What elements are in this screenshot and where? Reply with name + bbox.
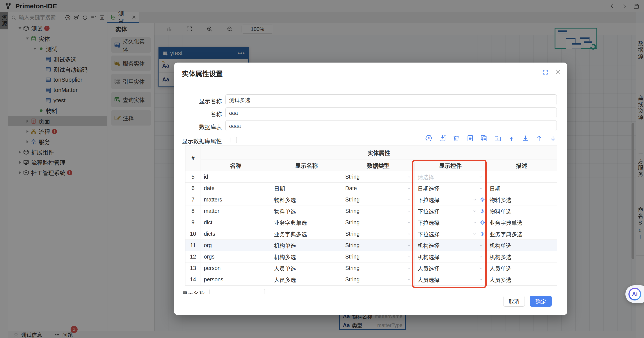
data-type-select[interactable]: String [342, 217, 414, 228]
display-name-cell[interactable]: 业务字典单选 [271, 217, 342, 228]
chevron-down-icon [407, 277, 411, 282]
name-cell[interactable]: dicts [201, 228, 271, 240]
name-cell[interactable]: orgs [201, 251, 271, 262]
name-cell[interactable]: date [201, 183, 271, 194]
name-cell[interactable]: org [201, 240, 271, 251]
column-header: 显示控件 [414, 160, 486, 171]
data-type-select[interactable]: String [342, 206, 414, 217]
primeton-ide-window: Primeton-IDE 资源 AI文 测试!实体测试测试多选测试自动编码ton… [0, 0, 644, 338]
data-type-select[interactable]: Date [342, 183, 414, 194]
display-name-cell[interactable]: 人员多选 [271, 274, 342, 285]
description-cell[interactable] [486, 171, 557, 183]
ok-button[interactable]: 确定 [530, 296, 552, 307]
cancel-button[interactable]: 取消 [503, 296, 525, 307]
description-cell[interactable]: 机构单选 [486, 240, 557, 251]
display-name-cell[interactable]: 物料多选 [271, 194, 342, 206]
trash-icon[interactable] [453, 134, 460, 142]
select-value: 下拉选择 [414, 196, 472, 204]
data-type-select[interactable]: String [342, 228, 414, 240]
name-cell[interactable]: dict [201, 217, 271, 228]
import-icon[interactable] [439, 134, 446, 142]
description-cell[interactable]: 人员多选 [486, 274, 557, 285]
widget-select[interactable]: 请选择 [414, 171, 486, 183]
row-index: 10 [186, 228, 201, 240]
show-db-attrs-checkbox[interactable] [230, 137, 237, 143]
description-cell[interactable]: 人员单选 [486, 262, 557, 274]
widget-select[interactable]: 日期选择 [414, 183, 486, 194]
group-header: 实体属性 [201, 146, 557, 160]
display-name-cell[interactable]: 日期 [271, 183, 342, 194]
to-bottom-icon[interactable] [522, 134, 529, 142]
data-type-select[interactable]: String [342, 251, 414, 262]
name-cell[interactable]: id [201, 171, 271, 183]
widget-settings-gear-icon[interactable] [480, 220, 485, 225]
display-name-cell[interactable]: 机构多选 [271, 251, 342, 262]
data-type-select[interactable]: String [342, 194, 414, 206]
chevron-down-icon [407, 209, 411, 213]
select-value: 机构选择 [414, 241, 479, 249]
widget-select[interactable]: 下拉选择 [414, 206, 486, 217]
name-cell[interactable]: matter [201, 206, 271, 217]
description-cell[interactable]: 物料单选 [486, 206, 557, 217]
select-value: 下拉选择 [414, 219, 472, 227]
column-header: 名称 [201, 160, 271, 171]
folder-plus-icon[interactable] [494, 134, 502, 142]
widget-select[interactable]: 机构选择 [414, 251, 486, 262]
display-name-cell[interactable]: 机构单选 [271, 240, 342, 251]
display-name-input[interactable]: 测试多选 [225, 94, 557, 105]
display-name-cell[interactable]: 业务字典多选 [271, 228, 342, 240]
chevron-down-icon [472, 209, 477, 213]
db-table-input[interactable]: aaaa [225, 120, 557, 131]
up-icon[interactable] [536, 134, 543, 142]
widget-settings-gear-icon[interactable] [480, 197, 485, 202]
row-index: 9 [186, 217, 201, 228]
description-cell[interactable]: 业务字典单选 [486, 217, 557, 228]
display-name-cell[interactable]: 物料单选 [271, 206, 342, 217]
chevron-down-icon [472, 220, 477, 225]
doc-icon[interactable] [466, 134, 474, 142]
name-input[interactable]: aaa [225, 107, 557, 118]
widget-settings-gear-icon[interactable] [480, 231, 485, 237]
chevron-down-icon [479, 277, 483, 282]
clipped-input[interactable] [209, 289, 265, 294]
chevron-down-icon [407, 186, 411, 191]
description-cell[interactable]: 业务字典多选 [486, 228, 557, 240]
widget-select[interactable]: 下拉选择 [414, 194, 486, 206]
description-cell[interactable]: 物料多选 [486, 194, 557, 206]
display-name-cell[interactable] [271, 171, 342, 183]
to-top-icon[interactable] [508, 134, 515, 142]
ai-assistant-button[interactable]: Ai [625, 285, 644, 303]
clipped-form-row: 显示名称 [174, 287, 557, 294]
chevron-down-icon [479, 243, 483, 248]
select-value: String [342, 208, 407, 214]
name-cell[interactable]: matters [201, 194, 271, 206]
widget-select[interactable]: 人员选择 [414, 262, 486, 274]
data-type-select[interactable]: String [342, 274, 414, 285]
name-label: 名称 [174, 110, 222, 118]
name-cell[interactable]: person [201, 262, 271, 274]
widget-select[interactable]: 机构选择 [414, 240, 486, 251]
select-value: String [342, 265, 407, 271]
data-type-select[interactable]: String [342, 171, 414, 183]
name-cell[interactable]: persons [201, 274, 271, 285]
close-icon[interactable] [555, 69, 561, 75]
display-name-cell[interactable]: 人员单选 [271, 262, 342, 274]
chevron-down-icon [407, 220, 411, 225]
chevron-down-icon [479, 186, 483, 191]
description-cell[interactable]: 日期 [486, 183, 557, 194]
description-cell[interactable]: 机构多选 [486, 251, 557, 262]
ai-hex-icon[interactable]: AI [425, 134, 432, 142]
select-value: 日期选择 [414, 184, 479, 192]
fullscreen-icon[interactable] [542, 69, 548, 75]
widget-settings-gear-icon[interactable] [480, 209, 485, 214]
select-value: String [342, 253, 407, 260]
chevron-down-icon [407, 243, 411, 248]
copy-icon[interactable] [480, 134, 488, 142]
select-value: String [342, 219, 407, 226]
data-type-select[interactable]: String [342, 262, 414, 274]
widget-select[interactable]: 下拉选择 [414, 217, 486, 228]
down-icon[interactable] [549, 134, 557, 142]
widget-select[interactable]: 下拉选择 [414, 228, 486, 240]
widget-select[interactable]: 人员选择 [414, 274, 486, 285]
data-type-select[interactable]: String [342, 240, 414, 251]
